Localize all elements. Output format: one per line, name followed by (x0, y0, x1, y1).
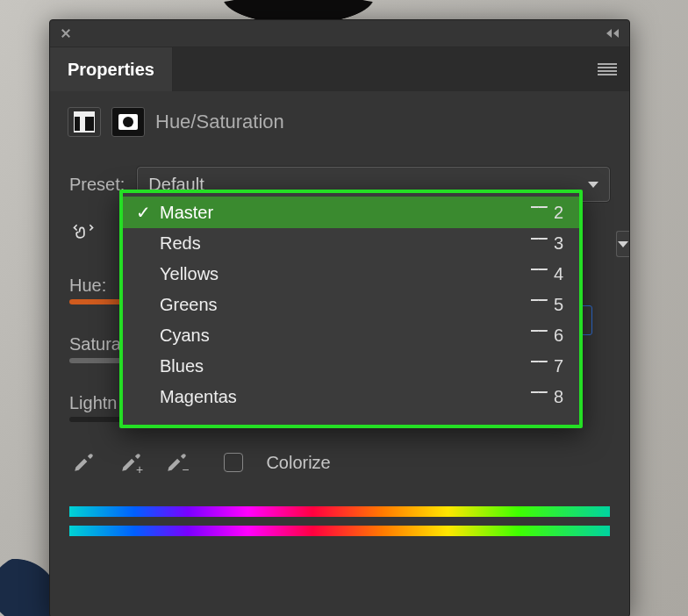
channel-option-label: Blues (160, 356, 204, 376)
channel-option-master[interactable]: ✓Master2 (123, 197, 579, 228)
checkmark-icon: ✓ (135, 202, 151, 223)
channel-select-chevron-icon[interactable] (616, 231, 629, 257)
collapse-chevrons-icon[interactable] (606, 29, 619, 38)
shortcut-number: 4 (554, 264, 563, 284)
shortcut-number: 5 (554, 295, 563, 315)
channel-option-reds[interactable]: Reds3 (123, 228, 579, 259)
shortcut-label: 8 (531, 387, 563, 407)
shortcut-label: 5 (531, 295, 563, 315)
channel-option-label: Master (160, 203, 213, 223)
channel-option-greens[interactable]: Greens5 (123, 290, 579, 320)
shortcut-number: 2 (554, 203, 563, 223)
eyedropper-row: + − Colorize (69, 448, 610, 476)
channel-option-label: Greens (160, 295, 218, 315)
shortcut-number: 6 (554, 326, 563, 346)
panel-topbar (50, 20, 629, 47)
eyedropper-icon[interactable] (69, 448, 97, 476)
layer-mask-icon[interactable] (111, 107, 145, 137)
scrubby-hand-icon[interactable] (69, 216, 97, 244)
channel-option-label: Cyans (160, 326, 210, 346)
channel-option-yellows[interactable]: Yellows4 (123, 259, 579, 290)
shortcut-label: 6 (531, 326, 563, 346)
panel-tabs: Properties (50, 47, 629, 91)
tab-properties[interactable]: Properties (50, 47, 173, 91)
hue-spectrum-bottom[interactable] (69, 526, 610, 536)
lightness-track[interactable] (69, 417, 122, 422)
channel-option-label: Yellows (160, 264, 219, 284)
channel-option-label: Reds (160, 233, 201, 254)
shortcut-number: 8 (554, 387, 563, 407)
option-key-icon (531, 238, 548, 250)
shortcut-label: 7 (531, 356, 563, 376)
eyedropper-subtract-icon[interactable] (162, 448, 190, 476)
saturation-track[interactable] (69, 358, 122, 363)
channel-option-label: Magentas (160, 387, 237, 407)
option-key-icon (531, 361, 548, 373)
close-icon[interactable] (61, 28, 71, 39)
shortcut-label: 4 (531, 264, 563, 284)
adjustment-title: Hue/Saturation (155, 111, 284, 133)
tab-properties-label: Properties (68, 60, 154, 80)
panel-menu-icon[interactable] (598, 63, 617, 75)
channel-option-cyans[interactable]: Cyans6 (123, 320, 579, 351)
section-header: Hue/Saturation (50, 91, 629, 153)
shortcut-number: 7 (554, 356, 563, 376)
shortcut-label: 2 (531, 203, 563, 223)
hue-track[interactable] (69, 299, 122, 304)
option-key-icon (531, 206, 548, 218)
shortcut-label: 3 (531, 233, 563, 254)
colorize-label: Colorize (266, 453, 330, 473)
preset-label: Preset: (69, 175, 125, 195)
eyedropper-add-icon[interactable] (117, 448, 145, 476)
chevron-down-icon (588, 182, 598, 188)
channel-dropdown-menu[interactable]: ✓Master2Reds3Yellows4Greens5Cyans6Blues7… (119, 190, 583, 428)
option-key-icon (531, 391, 548, 404)
channel-option-blues[interactable]: Blues7 (123, 351, 579, 382)
canvas-background: Properties Hue/Saturation Preset: Defaul… (0, 0, 688, 616)
option-key-icon (531, 269, 548, 281)
shortcut-number: 3 (554, 233, 563, 254)
option-key-icon (531, 330, 548, 342)
colorize-checkbox[interactable] (224, 453, 243, 472)
hue-spectrum-top[interactable] (69, 506, 610, 517)
channel-option-magentas[interactable]: Magentas8 (123, 382, 579, 412)
adjustment-layer-icon[interactable] (68, 107, 101, 137)
option-key-icon (531, 299, 548, 312)
